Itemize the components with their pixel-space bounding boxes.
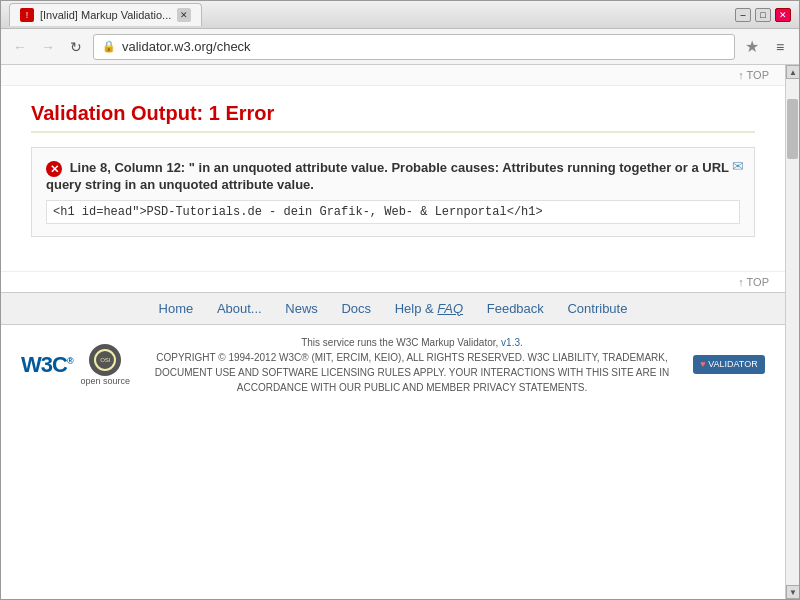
footer-logos: W3C® OSI open source [21,344,131,386]
error-icon: ✕ [46,161,62,177]
error-box: ✉ ✕ Line 8, Column 12: " in an unquoted … [31,147,755,237]
opensource-logo: OSI [89,344,121,376]
minimize-button[interactable]: – [735,8,751,22]
window-controls: – □ ✕ [735,8,791,22]
back-button[interactable]: ← [9,36,31,58]
validation-heading: Validation Output: 1 Error [31,102,755,133]
scrollbar-up-button[interactable]: ▲ [786,65,799,79]
footer-nav-about[interactable]: About... [217,301,262,316]
tab-favicon: ! [20,8,34,22]
scrollbar[interactable]: ▲ ▼ [785,65,799,599]
footer-bottom: W3C® OSI open source This service runs t… [1,325,785,405]
close-button[interactable]: ✕ [775,8,791,22]
error-code: <h1 id=head">PSD-Tutorials.de - dein Gra… [46,200,740,224]
error-title: ✕ Line 8, Column 12: " in an unquoted at… [46,160,740,192]
browser-tab[interactable]: ! [Invalid] Markup Validatio... ✕ [9,3,202,26]
w3c-logo: W3C® [21,352,73,378]
maximize-button[interactable]: □ [755,8,771,22]
scrollbar-track[interactable] [786,79,799,585]
forward-button[interactable]: → [37,36,59,58]
validator-badge: ♥ VALIDATOR [693,355,765,375]
footer-text: This service runs the W3C Markup Validat… [147,335,677,395]
footer-nav-news[interactable]: News [285,301,318,316]
opensource-label: open source [81,376,131,386]
top-link-2[interactable]: ↑ TOP [738,276,769,288]
error-line-col: Line 8, Column 12: [70,160,186,175]
heart-icon: ♥ [700,359,705,369]
footer-nav-feedback[interactable]: Feedback [487,301,544,316]
browser-content: ↑ TOP Validation Output: 1 Error ✉ ✕ Lin… [1,65,785,599]
validator-badge-text: VALIDATOR [708,359,758,369]
main-area: Validation Output: 1 Error ✉ ✕ Line 8, C… [1,86,785,267]
page-content: ↑ TOP Validation Output: 1 Error ✉ ✕ Lin… [1,65,785,599]
footer-nav: Home About... News Docs Help & FAQ Feedb… [1,292,785,325]
reload-button[interactable]: ↻ [65,36,87,58]
top-link[interactable]: ↑ TOP [738,69,769,81]
top-link-area-2: ↑ TOP [1,271,785,292]
bookmark-button[interactable]: ★ [741,36,763,58]
tab-title: [Invalid] Markup Validatio... [40,9,171,21]
scrollbar-down-button[interactable]: ▼ [786,585,799,599]
navigation-bar: ← → ↻ 🔒 validator.w3.org/check ★ ≡ [1,29,799,65]
top-link-area: ↑ TOP [1,65,785,86]
copyright-text: COPYRIGHT © 1994-2012 W3C® (MIT, ERCIM, … [155,352,669,393]
footer-nav-contribute[interactable]: Contribute [567,301,627,316]
scrollbar-thumb[interactable] [787,99,798,159]
address-icon: 🔒 [102,40,116,53]
title-bar: ! [Invalid] Markup Validatio... ✕ – □ ✕ [1,1,799,29]
footer-nav-home[interactable]: Home [159,301,194,316]
address-bar[interactable]: 🔒 validator.w3.org/check [93,34,735,60]
address-text: validator.w3.org/check [122,39,251,54]
menu-button[interactable]: ≡ [769,36,791,58]
footer-nav-docs[interactable]: Docs [341,301,371,316]
footer-nav-help-faq[interactable]: Help & FAQ [395,301,463,316]
version-link[interactable]: v1.3 [501,337,520,348]
service-text: This service runs the W3C Markup Validat… [301,337,498,348]
osi-inner: OSI [94,349,116,371]
tab-close-button[interactable]: ✕ [177,8,191,22]
email-icon: ✉ [732,158,744,174]
